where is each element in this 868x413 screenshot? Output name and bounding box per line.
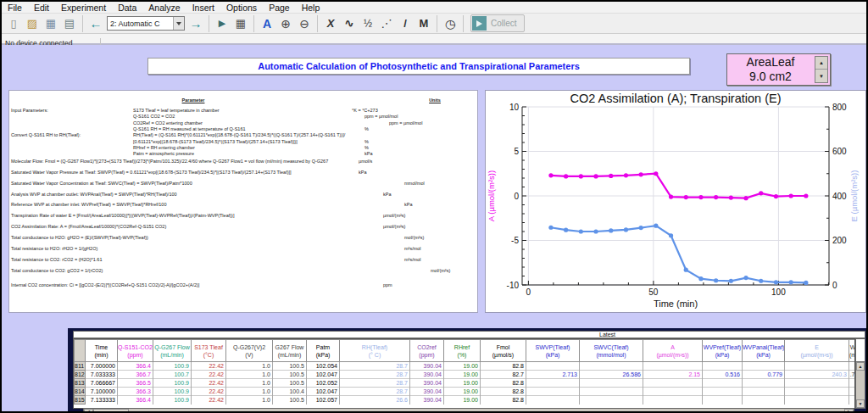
scroll-down-icon[interactable]: ▼ <box>856 399 865 408</box>
table-cell[interactable] <box>580 362 643 371</box>
row-number[interactable]: 813 <box>75 379 86 388</box>
table-cell[interactable]: 2.15 <box>643 371 703 379</box>
half-icon[interactable]: ½ <box>359 15 376 32</box>
row-number[interactable]: 812 <box>75 371 86 379</box>
examine-icon[interactable]: X <box>322 15 339 32</box>
save-icon[interactable]: ▦ <box>42 15 59 32</box>
column-header-fmol[interactable]: Fmol(µmol/s) <box>481 340 526 362</box>
column-header-q-g267-v-2[interactable]: Q-G267(V)2(V) <box>226 340 273 362</box>
table-cell[interactable]: 100.5 <box>273 371 307 379</box>
table-cell[interactable]: 100.9 <box>153 379 192 388</box>
table-cell[interactable]: 100.9 <box>153 396 192 405</box>
table-cell[interactable] <box>643 396 703 405</box>
table-cell[interactable] <box>743 379 785 388</box>
arealeaf-parameter-control[interactable]: AreaLeaf 9.0 cm2 ▲ ▼ <box>726 53 831 86</box>
table-cell[interactable]: 100.4 <box>273 388 307 396</box>
table-cell[interactable]: 19.00 <box>444 379 481 388</box>
table-cell[interactable]: 1.0 <box>226 362 273 371</box>
table-cell[interactable] <box>580 388 643 396</box>
linear-fit-icon[interactable]: / <box>397 15 414 32</box>
table-cell[interactable] <box>643 388 703 396</box>
table-cell[interactable]: 22.42 <box>192 388 226 396</box>
table-cell[interactable]: 2.713 <box>526 371 580 379</box>
row-number[interactable]: 811 <box>75 362 86 371</box>
data-browser-icon[interactable]: ▶ <box>214 15 231 32</box>
table-cell[interactable]: 390.04 <box>410 379 444 388</box>
table-cell[interactable]: 102.047 <box>307 388 340 396</box>
table-cell[interactable]: 7.000000 <box>86 362 118 371</box>
column-header-g267-flow[interactable]: G267 Flow(mL/min) <box>273 340 307 362</box>
menu-item-analyze[interactable]: Analyze <box>142 2 186 14</box>
table-cell[interactable]: 26.586 <box>580 371 643 379</box>
column-header-co2ref[interactable]: CO2ref(ppm) <box>410 340 444 362</box>
chevron-down-icon[interactable] <box>173 17 184 30</box>
table-cell[interactable] <box>785 388 849 396</box>
table-cell[interactable]: 1.0 <box>226 396 273 405</box>
table-cell[interactable]: 390.04 <box>410 388 444 396</box>
table-cell[interactable]: 366.4 <box>118 362 153 371</box>
table-cell[interactable] <box>703 379 743 388</box>
table-cell[interactable] <box>703 362 743 371</box>
table-cell[interactable] <box>580 379 643 388</box>
table-cell[interactable]: 102.047 <box>307 371 340 379</box>
table-cell[interactable]: 102.057 <box>307 396 340 405</box>
table-cell[interactable]: 390.04 <box>410 371 444 379</box>
scroll-left-icon[interactable]: ◄ <box>84 409 93 413</box>
table-cell[interactable]: 19.00 <box>444 371 481 379</box>
table-cell[interactable]: 0.779 <box>743 371 785 379</box>
table-cell[interactable]: 82.8 <box>481 379 526 388</box>
text-annotation-icon[interactable]: A <box>259 15 275 32</box>
table-cell[interactable]: 28.7 <box>340 362 410 371</box>
column-header-s173-tleaf[interactable]: S173 Tleaf(°C) <box>192 340 226 362</box>
prev-page-icon[interactable]: ← <box>87 15 104 32</box>
table-cell[interactable] <box>849 379 856 388</box>
table-cell[interactable]: 102.052 <box>307 379 340 388</box>
table-cell[interactable]: 22.42 <box>192 371 226 379</box>
spinner-up-button[interactable]: ▲ <box>815 57 827 70</box>
table-cell[interactable] <box>785 379 849 388</box>
table-cell[interactable]: 100.5 <box>273 396 307 405</box>
table-cell[interactable] <box>526 379 580 388</box>
table-cell[interactable]: 100.9 <box>153 388 192 396</box>
table-vertical-scrollbar[interactable]: ▲ ▼ <box>855 361 865 409</box>
column-header-swvp-tleaf-[interactable]: SWVP(Tleaf)(kPa) <box>526 340 580 362</box>
tangent-icon[interactable]: ∿ <box>341 15 358 32</box>
column-header-w[interactable]: W(m <box>849 340 856 362</box>
table-cell[interactable]: 22.42 <box>192 362 226 371</box>
table-cell[interactable]: 1.0 <box>226 371 273 379</box>
table-cell[interactable]: 82.8 <box>481 388 526 396</box>
row-number[interactable]: 814 <box>75 388 86 396</box>
table-cell[interactable]: 26.6 <box>340 396 410 405</box>
table-cell[interactable]: 1.0 <box>226 379 273 388</box>
table-cell[interactable]: 1.0 <box>226 388 273 396</box>
menu-item-help[interactable]: Help <box>296 2 326 14</box>
table-cell[interactable]: 28.7 <box>340 388 410 396</box>
table-cell[interactable]: 19.00 <box>444 362 481 371</box>
column-header-wvpanal-tleaf-[interactable]: WVPanal(Tleaf)(kPa) <box>743 340 785 362</box>
table-cell[interactable] <box>643 379 703 388</box>
table-cell[interactable]: 7.066667 <box>86 379 118 388</box>
scrollbar-thumb[interactable] <box>93 409 129 413</box>
table-cell[interactable]: 100.5 <box>273 362 307 371</box>
new-icon[interactable]: ▯ <box>5 15 22 32</box>
table-cell[interactable] <box>849 362 856 371</box>
column-header-time[interactable]: Time(min) <box>86 340 118 362</box>
table-cell[interactable] <box>785 362 849 371</box>
menu-item-page[interactable]: Page <box>263 2 296 14</box>
menu-item-insert[interactable]: Insert <box>186 2 220 14</box>
table-cell[interactable]: 28.7 <box>340 379 410 388</box>
table-cell[interactable]: 390.04 <box>410 362 444 371</box>
table-cell[interactable] <box>580 396 643 405</box>
column-header-patm[interactable]: Patm(kPa) <box>307 340 340 362</box>
table-cell[interactable]: 0.516 <box>703 371 743 379</box>
spinner-down-button[interactable]: ▼ <box>815 70 827 82</box>
table-cell[interactable]: 366.3 <box>118 388 153 396</box>
table-cell[interactable]: 22.42 <box>192 396 226 405</box>
table-cell[interactable] <box>849 388 856 396</box>
table-cell[interactable]: 366.4 <box>118 396 153 405</box>
column-header-wvpref-tleaf-[interactable]: WVPref(Tleaf)(kPa) <box>703 340 743 362</box>
collect-button[interactable]: Collect <box>470 14 525 32</box>
table-cell[interactable]: 82.8 <box>481 362 526 371</box>
menu-item-edit[interactable]: Edit <box>28 2 55 14</box>
table-cell[interactable]: 19.00 <box>444 388 481 396</box>
